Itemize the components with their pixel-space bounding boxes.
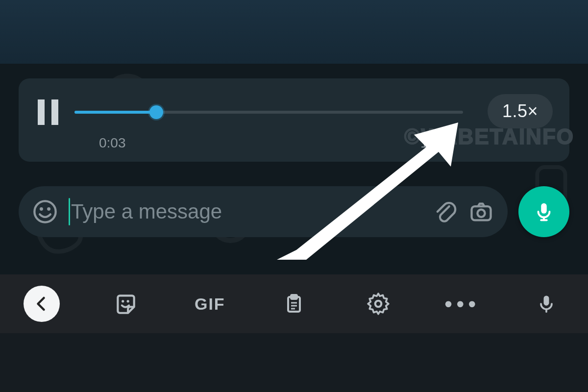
more-button[interactable]: ••• — [444, 286, 480, 322]
text-cursor — [69, 198, 70, 225]
microphone-icon — [536, 293, 557, 315]
dots-icon: ••• — [444, 298, 480, 310]
audio-scrubber[interactable] — [74, 105, 463, 120]
scrubber-thumb[interactable] — [149, 105, 163, 119]
message-input[interactable] — [71, 200, 421, 223]
emoji-icon[interactable] — [32, 199, 58, 224]
svg-point-6 — [40, 207, 43, 211]
microphone-icon — [533, 200, 555, 223]
svg-point-21 — [375, 301, 381, 307]
text-input-container[interactable] — [19, 186, 508, 237]
sticker-icon — [114, 292, 138, 316]
bottom-area — [0, 333, 588, 392]
playback-speed-button[interactable]: 1.5× — [488, 94, 553, 128]
elapsed-time: 0:03 — [99, 135, 126, 151]
settings-button[interactable] — [360, 286, 396, 322]
pause-button[interactable] — [35, 99, 61, 125]
gif-button[interactable]: GIF — [192, 286, 228, 322]
svg-point-14 — [122, 300, 124, 302]
clipboard-button[interactable] — [276, 286, 312, 322]
voice-record-button[interactable] — [518, 186, 569, 237]
watermark-text: ©WABETAINFO — [404, 124, 574, 149]
svg-rect-22 — [543, 296, 549, 306]
message-composer — [19, 186, 569, 237]
svg-rect-10 — [541, 203, 547, 214]
svg-rect-8 — [472, 206, 491, 220]
gear-icon — [366, 292, 391, 316]
svg-point-15 — [126, 300, 129, 302]
voice-message-bubble: 1.5× 0:03 18:36 — [19, 78, 569, 162]
clipboard-icon — [282, 292, 306, 316]
svg-point-5 — [34, 201, 55, 222]
attachment-icon[interactable] — [432, 199, 458, 224]
svg-point-7 — [47, 207, 50, 211]
keyboard-mic-button[interactable] — [528, 286, 564, 322]
svg-point-9 — [477, 210, 485, 217]
sticker-button[interactable] — [108, 286, 144, 322]
camera-icon[interactable] — [468, 199, 494, 224]
keyboard-back-button[interactable] — [24, 286, 60, 322]
keyboard-toolbar: GIF ••• — [0, 274, 588, 333]
chevron-left-icon — [33, 295, 50, 313]
